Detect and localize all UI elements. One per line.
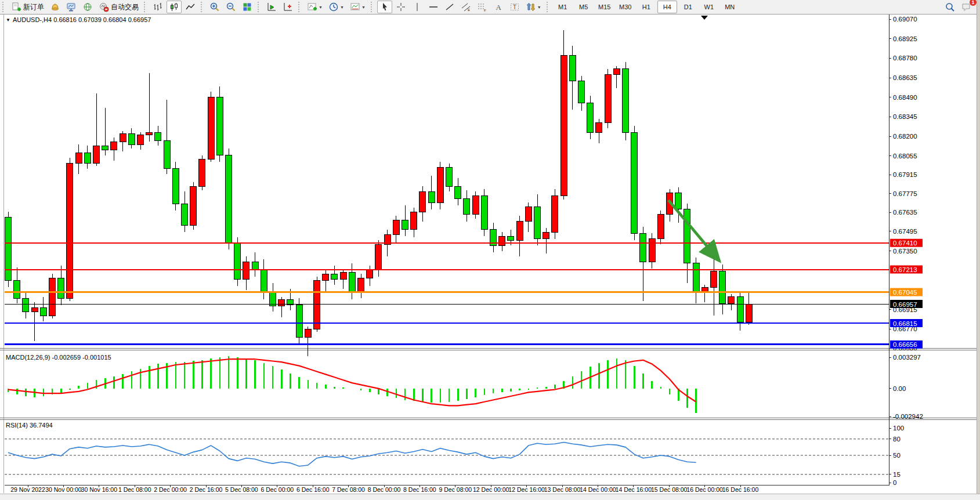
zoom-out-button[interactable] [223, 1, 238, 13]
toolbar-group-handle[interactable] [2, 2, 6, 12]
svg-text:F: F [484, 9, 486, 12]
chevron-down-icon[interactable]: ▼ [537, 5, 541, 9]
candle-body [649, 239, 655, 262]
candle-body [75, 153, 82, 164]
vertical-line-button[interactable] [410, 1, 425, 13]
candle-body [31, 307, 38, 311]
line-chart-button[interactable] [183, 1, 198, 13]
tile-windows-button[interactable] [240, 1, 255, 13]
autotrade-icon [99, 2, 109, 12]
chevron-down-icon[interactable]: ▼ [340, 5, 344, 9]
time-tick-label: 30 Nov 16:00 [81, 486, 118, 493]
candlestick-button[interactable] [167, 1, 182, 13]
candle-body [49, 278, 56, 316]
candle-body [569, 56, 576, 81]
navigator-button[interactable] [80, 1, 95, 13]
time-tick-label: 14 Dec 16:00 [616, 486, 652, 493]
candle-body [252, 262, 258, 270]
tf-w1[interactable]: W1 [699, 1, 719, 13]
fibonacci-button[interactable]: F [475, 1, 490, 13]
tf-mn[interactable]: MN [720, 1, 740, 13]
text-label-button[interactable]: T [507, 1, 522, 13]
candle-body [216, 97, 223, 155]
chart-window[interactable]: 0.690700.689250.687800.686350.684900.683… [0, 14, 980, 500]
rsi-tick-label: 50 [893, 452, 901, 459]
cursor-icon [379, 2, 390, 12]
price-tick-label: 0.68055 [893, 153, 917, 160]
candle-body [737, 297, 743, 323]
tf-h4[interactable]: H4 [657, 1, 677, 13]
candle-body [516, 222, 523, 241]
candle-body [552, 195, 558, 232]
data-window-button[interactable] [64, 1, 79, 13]
tf-m15[interactable]: M15 [595, 1, 614, 13]
toolbar-group-handle[interactable] [371, 2, 375, 12]
market-watch-button[interactable] [48, 1, 63, 13]
chart-canvas[interactable]: 0.690700.689250.687800.686350.684900.683… [0, 14, 980, 500]
trendline-button[interactable] [442, 1, 457, 13]
candle-body [14, 281, 20, 298]
time-tick-label: 9 Dec 08:00 [439, 486, 472, 493]
chevron-down-icon[interactable]: ▼ [361, 5, 366, 9]
toolbar-group-handle[interactable] [258, 2, 262, 12]
candle-body [120, 134, 126, 142]
tf-d1[interactable]: D1 [678, 1, 698, 13]
time-axis[interactable]: 29 Nov 202230 Nov 00:0030 Nov 16:001 Dec… [10, 485, 758, 493]
periods-button[interactable]: ▼ [326, 1, 346, 13]
candle-body [155, 132, 161, 140]
price-level-label: 0.66957 [893, 301, 917, 308]
auto-scroll-button[interactable] [264, 1, 279, 13]
textA-icon: A [493, 2, 504, 12]
tf-m30[interactable]: M30 [616, 1, 635, 13]
chevron-down-icon[interactable]: ▼ [319, 5, 323, 9]
candle-body [164, 140, 170, 169]
auto-trading-button[interactable]: 自动交易 [96, 1, 141, 13]
notifications-button[interactable]: 1 [959, 1, 974, 13]
price-level-label: 0.67045 [893, 289, 917, 296]
candle-body [693, 263, 699, 292]
toolbar-group-handle[interactable] [298, 2, 302, 12]
candle-body [243, 262, 249, 279]
candle-body [455, 186, 461, 198]
candle-body [5, 218, 12, 281]
tf-m1[interactable]: M1 [553, 1, 573, 13]
candle-body [261, 270, 267, 293]
shapes-button[interactable]: ▼ [523, 1, 544, 13]
tf-h1[interactable]: H1 [637, 1, 656, 13]
chart-shift-button[interactable] [280, 1, 295, 13]
toolbar-group-handle[interactable] [144, 2, 148, 12]
chart-menu-triangle[interactable]: ▼ [6, 17, 10, 23]
rsi-indicator-label: RSI(14) 36.7494 [6, 422, 53, 429]
price-tick-label: 0.68780 [893, 55, 917, 61]
arrange-shift-icon [283, 2, 293, 12]
crosshair-button[interactable] [393, 1, 408, 13]
candle-body [58, 278, 64, 298]
toolbar-group-handle[interactable] [547, 2, 551, 12]
channel-button[interactable]: E [458, 1, 473, 13]
candle-body [367, 270, 373, 278]
candle-body [375, 244, 382, 270]
cursor-button[interactable] [377, 1, 392, 13]
new-order-button-label: 新订单 [23, 2, 44, 12]
candle-body [428, 191, 435, 202]
candle-body [208, 97, 214, 160]
tf-m5[interactable]: M5 [574, 1, 594, 13]
price-tick-label: 0.67635 [893, 209, 917, 216]
candle-body [640, 233, 646, 262]
search-button[interactable] [942, 1, 957, 13]
indicators-button[interactable]: ▼ [305, 1, 325, 13]
new-order-button[interactable]: 新订单 [9, 1, 46, 13]
linechart-icon [185, 2, 196, 12]
candle-body [675, 193, 682, 209]
text-button[interactable]: A [491, 1, 506, 13]
rsi-tick-label: 100 [893, 425, 904, 432]
bar-chart-button[interactable] [150, 1, 165, 13]
candle-body [525, 206, 531, 222]
monitor-icon [66, 2, 77, 12]
candle-body [111, 142, 117, 150]
zoom-in-button[interactable] [207, 1, 222, 13]
templates-button[interactable]: ▼ [348, 1, 368, 13]
horizontal-line-button[interactable] [426, 1, 441, 13]
zoom-in-icon [209, 2, 220, 12]
toolbar-group-handle[interactable] [201, 2, 205, 12]
